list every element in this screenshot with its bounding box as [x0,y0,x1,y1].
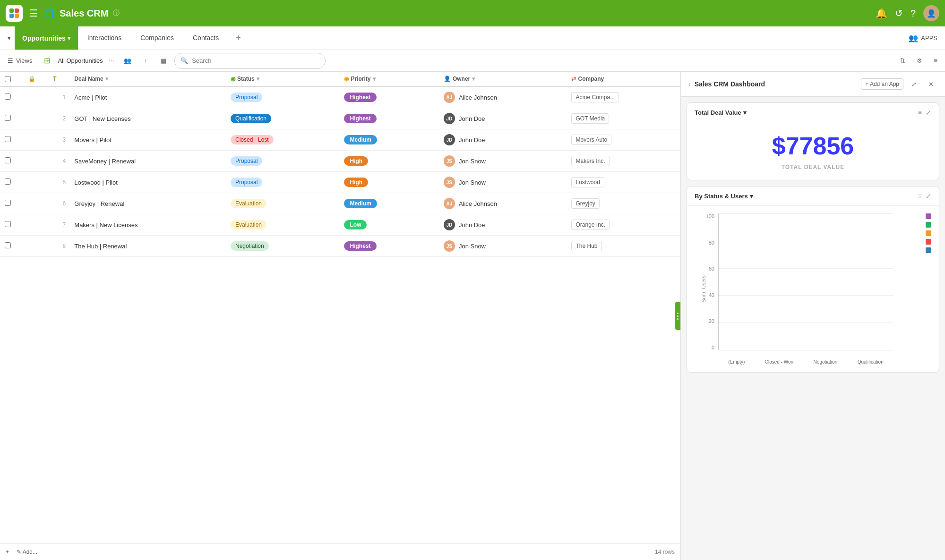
nav-tab-contacts[interactable]: Contacts [183,26,228,50]
row-checkbox[interactable] [0,108,24,129]
priority-cell[interactable]: Highest [339,236,438,257]
owner-cell[interactable]: AJ Alice Johnson [439,193,567,214]
app-logo[interactable] [6,5,23,22]
col-priority[interactable]: ◉ Priority ▾ [339,72,438,86]
filter-button[interactable]: ▦ [156,54,171,68]
company-cell[interactable]: GOT Media [567,108,680,129]
nav-dropdown-arrow[interactable]: ▾ [4,26,15,50]
search-box[interactable]: 🔍 [174,53,326,69]
col-checkbox[interactable] [0,72,24,86]
priority-cell[interactable]: Low [339,214,438,236]
widget-title-status-users[interactable]: By Status & Users ▾ [695,193,753,200]
table-row[interactable]: 2 GOT | New Licenses Qualification Highe… [0,108,680,129]
owner-cell[interactable]: JD John Doe [439,214,567,236]
priority-cell[interactable]: Medium [339,129,438,151]
share-button[interactable]: 👥 [120,54,135,68]
table-row[interactable]: 3 Movers | Pilot Closed - Lost Medium JD… [0,129,680,151]
nav-tab-companies[interactable]: Companies [131,26,183,50]
dashboard-close-icon[interactable]: ✕ [924,77,937,91]
help-icon[interactable]: ? [911,8,916,19]
col-deal-name[interactable]: Deal Name ▾ [69,72,226,86]
row-checkbox[interactable] [0,172,24,193]
company-cell[interactable]: Greyjoy [567,193,680,214]
add-field-button[interactable]: ✎ Add... [17,549,37,555]
widget-settings-icon[interactable]: ≡ [918,109,922,116]
table-row[interactable]: 1 Acme | Pilot Proposal Highest AJ Alice… [0,86,680,108]
priority-cell[interactable]: Highest [339,86,438,108]
deal-name-cell[interactable]: Acme | Pilot [69,86,226,108]
status-cell[interactable]: Proposal [226,151,340,172]
deal-name-cell[interactable]: SaveMoney | Renewal [69,151,226,172]
table-row[interactable]: 4 SaveMoney | Renewal Proposal High JS J… [0,151,680,172]
deal-name-cell[interactable]: The Hub | Renewal [69,236,226,257]
row-checkbox[interactable] [0,129,24,151]
table-view-icon[interactable]: ⊞ [40,54,54,68]
owner-cell[interactable]: AJ Alice Johnson [439,86,567,108]
row-checkbox[interactable] [0,86,24,108]
table-row[interactable]: 5 Lostwood | Pilot Proposal High JS Jon … [0,172,680,193]
settings-button[interactable]: ⚙ [913,55,926,66]
status-cell[interactable]: Closed - Lost [226,129,340,151]
priority-cell[interactable]: High [339,151,438,172]
columns-button[interactable]: ≡ [930,55,941,66]
company-cell[interactable]: Movers Auto [567,129,680,151]
status-cell[interactable]: Evaluation [226,193,340,214]
table-row[interactable]: 7 Makers | New Licenses Evaluation Low J… [0,214,680,236]
row-checkbox[interactable] [0,193,24,214]
priority-cell[interactable]: Medium [339,193,438,214]
company-cell[interactable]: Makers Inc. [567,151,680,172]
row-checkbox[interactable] [0,236,24,257]
row-checkbox[interactable] [0,151,24,172]
company-cell[interactable]: Lostwood [567,172,680,193]
owner-cell[interactable]: JS Jon Snow [439,151,567,172]
owner-cell[interactable]: JS Jon Snow [439,172,567,193]
views-button[interactable]: ☰ Views [4,57,36,64]
company-cell[interactable]: Orange Inc. [567,214,680,236]
deal-name-cell[interactable]: Lostwood | Pilot [69,172,226,193]
status-cell[interactable]: Proposal [226,172,340,193]
status-cell[interactable]: Proposal [226,86,340,108]
select-all-checkbox[interactable] [5,76,11,82]
export-button[interactable]: ↑ [138,54,153,68]
owner-cell[interactable]: JD John Doe [439,129,567,151]
notifications-icon[interactable]: 🔔 [876,8,887,19]
company-cell[interactable]: Acme Compa... [567,86,680,108]
search-input[interactable] [192,57,319,64]
deal-name-cell[interactable]: Makers | New Licenses [69,214,226,236]
owner-cell[interactable]: JS Jon Snow [439,236,567,257]
user-avatar[interactable]: 👤 [923,5,939,21]
add-app-button[interactable]: + Add an App [861,78,903,90]
deal-name-cell[interactable]: Greyjoy | Renewal [69,193,226,214]
widget-expand-icon2[interactable]: ⤢ [926,192,931,200]
status-cell[interactable]: Negotiation [226,236,340,257]
col-owner[interactable]: 👤 Owner ▾ [439,72,567,86]
table-wrapper[interactable]: 🔒 T Deal Name ▾ ◉ Status ▾ ◉ Priority ▾ [0,72,680,560]
dashboard-collapse-icon[interactable]: ‹ [688,80,691,88]
nav-apps-button[interactable]: 👥 APPS [901,34,945,42]
add-row-button[interactable]: + [6,549,9,555]
refresh-filter-button[interactable]: ⇅ [896,55,909,66]
widget-title-deal-value[interactable]: Total Deal Value ▾ [695,109,747,116]
widget-settings-icon2[interactable]: ≡ [918,192,922,200]
widget-expand-icon[interactable]: ⤢ [926,109,931,116]
status-cell[interactable]: Qualification [226,108,340,129]
deal-name-cell[interactable]: GOT | New Licenses [69,108,226,129]
col-status[interactable]: ◉ Status ▾ [226,72,340,86]
more-options-button[interactable]: ··· [107,55,117,67]
nav-add-tab[interactable]: + [228,26,249,50]
panel-drag-handle[interactable] [675,302,680,330]
owner-cell[interactable]: JD John Doe [439,108,567,129]
menu-icon[interactable]: ☰ [27,6,40,21]
table-row[interactable]: 8 The Hub | Renewal Negotiation Highest … [0,236,680,257]
priority-cell[interactable]: High [339,172,438,193]
dashboard-expand-icon[interactable]: ⤢ [907,77,920,91]
info-icon[interactable]: ⓘ [113,9,120,17]
priority-cell[interactable]: Highest [339,108,438,129]
col-company[interactable]: ⇄ Company [567,72,680,86]
refresh-icon[interactable]: ↺ [895,8,903,19]
deal-name-cell[interactable]: Movers | Pilot [69,129,226,151]
row-checkbox[interactable] [0,214,24,236]
table-row[interactable]: 6 Greyjoy | Renewal Evaluation Medium AJ… [0,193,680,214]
nav-tab-opportunities[interactable]: Opportunities ▾ [15,26,78,50]
status-cell[interactable]: Evaluation [226,214,340,236]
